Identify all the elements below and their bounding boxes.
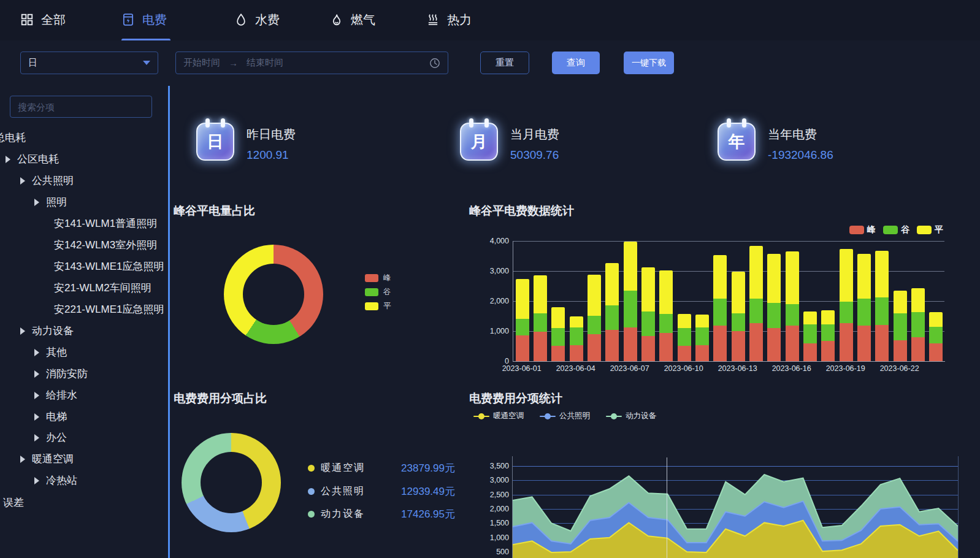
tab-water[interactable]: 水费 (234, 0, 280, 39)
legend-item[interactable]: 谷 (365, 287, 391, 297)
sidebar-item[interactable]: 安141-WLM1普通照明 (54, 216, 157, 231)
tab-gas[interactable]: 燃气 (330, 0, 375, 39)
filter-bar: 日 开始时间 → 结束时间 重置 查询 一键下载 (0, 40, 980, 86)
legend-item[interactable]: 谷 (883, 224, 909, 235)
bar-stack (821, 310, 835, 361)
bar-2023-06-22[interactable] (891, 241, 909, 361)
bar-2023-06-07[interactable] (621, 241, 639, 361)
sidebar-item[interactable]: 给排水 (46, 388, 77, 403)
bar-segment-平 (551, 307, 565, 328)
sidebar-item[interactable]: 办公 (46, 430, 67, 445)
sidebar-item-label: 安143-WLME1应急照明 (54, 261, 164, 272)
legend-item[interactable]: 动力设备17426.95元 (308, 508, 365, 521)
bar-2023-06-21[interactable] (873, 241, 891, 361)
bar-chart-plot[interactable] (513, 241, 945, 362)
bar-segment-平 (534, 275, 547, 313)
sidebar-item[interactable]: 其他 (46, 345, 67, 360)
tab-heat[interactable]: 热力 (426, 0, 472, 39)
bar-2023-06-11[interactable] (693, 241, 711, 361)
legend-item[interactable]: 平 (365, 301, 391, 311)
tab-electricity[interactable]: 电费 (121, 0, 167, 39)
sidebar-item[interactable]: 安21-WLM2车间照明 (54, 281, 151, 296)
sidebar-item[interactable]: 公共照明 (32, 174, 74, 188)
sidebar-item[interactable]: 暖通空调 (32, 452, 74, 467)
bar-2023-06-06[interactable] (603, 241, 621, 361)
legend-dot (611, 413, 617, 419)
card-title: 昨日电费 (247, 126, 296, 143)
area-chart-plot[interactable] (513, 456, 958, 558)
bar-stack (894, 291, 907, 361)
calendar-pin (469, 118, 473, 128)
bar-stack (588, 275, 601, 361)
legend-item[interactable]: 峰 (849, 224, 876, 235)
bar-segment-平 (911, 288, 925, 312)
bar-segment-平 (803, 311, 817, 324)
sidebar-item[interactable]: 冷热站 (46, 473, 77, 488)
bar-2023-06-16[interactable] (783, 241, 801, 361)
sidebar-item[interactable]: 安143-WLME1应急照明 (54, 259, 164, 274)
bar-2023-06-18[interactable] (819, 241, 837, 361)
legend-label: 谷 (901, 224, 909, 235)
sidebar-item-label: 安141-WLM1普通照明 (54, 218, 157, 229)
bar-2023-06-20[interactable] (855, 241, 873, 361)
legend-label: 暖通空调 (493, 411, 524, 421)
sidebar-item[interactable]: 安142-WLM3室外照明 (54, 238, 157, 253)
legend-item[interactable]: 公共照明12939.49元 (308, 485, 365, 498)
bar-segment-谷 (894, 313, 907, 341)
chart-title-breakdown-share: 电费费用分项占比 (174, 391, 267, 407)
sidebar-item[interactable]: 动力设备 (32, 324, 74, 338)
sidebar-item[interactable]: 安221-WLME1应急照明 (54, 302, 164, 317)
bar-2023-06-17[interactable] (801, 241, 819, 361)
bar-2023-06-01[interactable] (513, 241, 531, 361)
sidebar-item[interactable]: 总电耗 (0, 131, 26, 145)
bar-2023-06-05[interactable] (585, 241, 603, 361)
legend-item[interactable]: 暖通空调23879.99元 (308, 462, 365, 475)
nav-tab-label: 燃气 (351, 12, 375, 28)
date-range-picker[interactable]: 开始时间 → 结束时间 (175, 52, 448, 74)
donut-breakdown-share[interactable] (182, 433, 281, 532)
y-tick-label: 3,500 (471, 462, 509, 470)
period-select[interactable]: 日 (20, 52, 158, 74)
sidebar-item-label: 安142-WLM3室外照明 (54, 239, 157, 251)
sidebar-item[interactable]: 照明 (46, 195, 67, 210)
bar-segment-峰 (786, 326, 799, 361)
bar-chart-legend: 峰谷平 (849, 224, 943, 235)
sidebar-item[interactable]: 电梯 (46, 410, 67, 424)
bar-2023-06-04[interactable] (567, 241, 585, 361)
bar-segment-谷 (534, 313, 547, 332)
bar-stack (803, 311, 817, 361)
sidebar-item-label: 办公 (46, 432, 67, 443)
legend-item[interactable]: 暖通空调 (473, 411, 524, 421)
tab-all[interactable]: 全部 (20, 0, 66, 39)
legend-swatch (365, 274, 378, 282)
search-input[interactable] (10, 96, 152, 118)
download-button[interactable]: 一键下载 (624, 52, 674, 74)
legend-item[interactable]: 平 (917, 224, 943, 235)
bar-2023-06-15[interactable] (765, 241, 783, 361)
sidebar-item[interactable]: 公区电耗 (17, 152, 59, 167)
sidebar-item[interactable]: 误差 (3, 495, 24, 510)
query-button[interactable]: 查询 (552, 52, 600, 74)
sidebar-scrollbar[interactable] (168, 86, 170, 558)
calendar-icon-char: 年 (729, 131, 745, 153)
x-tick-label: 2023-06-04 (548, 364, 603, 373)
bar-2023-06-19[interactable] (837, 241, 855, 361)
bar-2023-06-09[interactable] (657, 241, 675, 361)
nav-tab-label: 热力 (447, 12, 472, 28)
donut-energy-share[interactable] (224, 245, 323, 344)
legend-item[interactable]: 公共照明 (540, 411, 590, 421)
bar-2023-06-02[interactable] (531, 241, 549, 361)
legend-item[interactable]: 动力设备 (606, 411, 656, 421)
bar-2023-06-14[interactable] (747, 241, 765, 361)
bar-2023-06-08[interactable] (639, 241, 657, 361)
bar-2023-06-24[interactable] (927, 241, 945, 361)
card-title: 当月电费 (510, 126, 559, 143)
bar-2023-06-13[interactable] (729, 241, 747, 361)
bar-2023-06-23[interactable] (909, 241, 927, 361)
sidebar-item[interactable]: 消防安防 (46, 367, 88, 381)
bar-2023-06-10[interactable] (675, 241, 693, 361)
bar-2023-06-03[interactable] (549, 241, 567, 361)
bar-2023-06-12[interactable] (711, 241, 729, 361)
reset-button[interactable]: 重置 (480, 52, 529, 74)
legend-item[interactable]: 峰 (365, 273, 391, 283)
